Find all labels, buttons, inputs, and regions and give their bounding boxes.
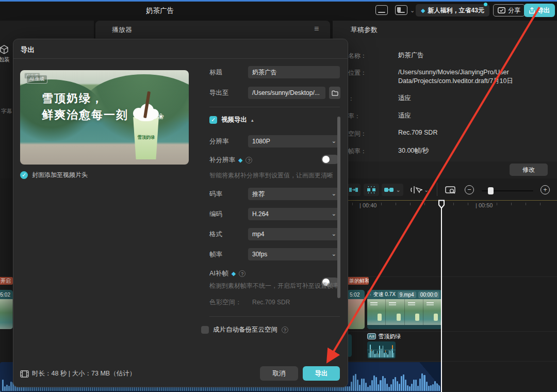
- text-clip-fragment[interactable]: 开启: [0, 277, 13, 285]
- audio-fade-out: [419, 362, 442, 389]
- browse-folder-button[interactable]: [329, 87, 340, 99]
- timecode-badge: 00:00:0: [418, 291, 439, 298]
- clip-thumbnail: [367, 299, 386, 325]
- title-input[interactable]: 奶茶广告: [248, 66, 340, 78]
- notification-dot: [484, 3, 487, 6]
- cover-text-line2: 鲜爽治愈每一刻: [42, 107, 128, 123]
- resolution-select[interactable]: 1080P⌄: [248, 135, 340, 148]
- draft-ratio-value: 适应: [398, 94, 411, 103]
- resolution-label: 分辨率: [209, 137, 229, 146]
- text-track-icon: A≡: [367, 333, 376, 339]
- checkbox-unchecked-icon[interactable]: [201, 326, 209, 334]
- colorspace-value: Rec.709 SDR: [248, 296, 340, 308]
- chevron-down-icon[interactable]: ⌄: [410, 7, 415, 14]
- export-button-dialog[interactable]: 导出: [303, 366, 340, 381]
- clip-thumbnail: [386, 299, 404, 325]
- export-button-top[interactable]: 导出: [524, 4, 555, 17]
- cup-label: 雪顶奶绿: [130, 135, 162, 141]
- export-icon: [529, 7, 535, 14]
- bitrate-select[interactable]: 推荐⌄: [248, 188, 340, 200]
- help-icon[interactable]: ?: [239, 270, 245, 277]
- split-cursor-button[interactable]: ⌄: [409, 184, 430, 196]
- path-field-label: 导出至: [209, 89, 229, 97]
- draft-panel-header: 草稿参数: [333, 21, 557, 38]
- ruler-time-label: | 00:50: [476, 202, 493, 208]
- text-clip-partial[interactable]: 茶的鲜和: [347, 277, 369, 285]
- super-resolution-label: 补分辨率: [209, 156, 235, 165]
- player-menu-icon[interactable]: ≡: [314, 24, 319, 34]
- draft-name-value: 奶茶广告: [398, 51, 424, 60]
- modify-button[interactable]: 修改: [510, 164, 548, 176]
- chevron-down-icon: ⌄: [332, 228, 336, 239]
- cancel-button[interactable]: 取消: [260, 366, 298, 381]
- text-clip-title: A≡ 雪顶奶绿: [367, 332, 424, 340]
- shortcut-keys-icon[interactable]: [375, 5, 388, 15]
- path-input[interactable]: /Users/sunny/Desktop/...: [248, 87, 325, 99]
- layout-switch-icon[interactable]: [395, 5, 407, 15]
- flower-icon: ❀: [157, 112, 164, 121]
- chevron-down-icon: ⌄: [424, 187, 429, 193]
- draft-location-value: /Users/sunny/Movies/JianyingPro/User Dat…: [398, 68, 553, 86]
- window-accent-line: [0, 0, 557, 2]
- codec-select[interactable]: H.264⌄: [248, 208, 340, 220]
- draft-colorspace-value: Rec.709 SDR: [398, 129, 437, 136]
- video-clip-partial[interactable]: 5:02: [347, 290, 365, 329]
- auto-snap-button[interactable]: [364, 184, 379, 196]
- collapse-up-icon[interactable]: ▴: [251, 118, 254, 123]
- cloud-backup-row[interactable]: 成片自动备份至云空间 ?: [201, 325, 288, 334]
- fps-label: 帧率: [209, 250, 222, 259]
- text-audio-clip[interactable]: [367, 341, 396, 358]
- chevron-down-icon: ⌄: [396, 187, 400, 193]
- dialog-title: 导出: [21, 45, 35, 55]
- format-label: 格式: [209, 230, 222, 239]
- ai-frame-desc: 检测到素材帧率不统一，开启后可补至设置帧率: [209, 282, 339, 290]
- chevron-down-icon: ⌄: [332, 135, 336, 146]
- help-icon[interactable]: ?: [245, 157, 252, 164]
- link-clips-button[interactable]: ⌄: [382, 184, 403, 196]
- gem-icon: ◆: [232, 270, 236, 277]
- draft-panel-title: 草稿参数: [351, 25, 378, 35]
- checkbox-checked-icon[interactable]: ✓: [209, 116, 217, 124]
- clip-thumbnail: [423, 299, 442, 325]
- cover-preview[interactable]: AI 生成 AI 生成 雪顶奶绿， 鲜爽治愈每一刻 ❀ 雪顶奶绿: [20, 70, 189, 165]
- timeline-ruler[interactable]: | 00:40 | 00:50: [348, 200, 557, 211]
- cover-checkbox-row[interactable]: ✓ 封面添加至视频片头: [20, 171, 88, 179]
- chevron-down-icon: ⌄: [332, 188, 336, 199]
- film-icon: [20, 370, 29, 378]
- ai-frame-label: AI补帧: [209, 269, 228, 278]
- dialog-scrollbar[interactable]: [337, 117, 340, 298]
- format-select[interactable]: mp4⌄: [248, 228, 340, 240]
- video-clip-main[interactable]: 变速 0.7X 9.mp4 00:00:0: [367, 290, 442, 329]
- draft-resolution-value: 适应: [398, 111, 411, 120]
- preview-zoom-button[interactable]: [444, 184, 458, 196]
- speed-badge: 变速 0.7X: [373, 291, 395, 298]
- video-clip-fragment[interactable]: 05:02: [0, 290, 13, 329]
- share-button[interactable]: 分享: [493, 4, 525, 17]
- draft-parameters-panel: 草稿参数 草稿名称： 奶茶广告 保存位置： /Users/sunny/Movie…: [333, 21, 557, 178]
- promo-badge[interactable]: ◆ 新人福利，立省43元: [416, 4, 489, 17]
- app-window: 包装 滤镜 调节 » 字幕 播放器 ≡ 草稿参数 草稿名称： 奶茶广告 保存位置…: [0, 0, 557, 392]
- title-field-label: 标题: [209, 68, 222, 77]
- drink-cup-graphic: ❀ 雪顶奶绿: [130, 105, 162, 159]
- top-bar: 奶茶广告 ⌄ ◆ 新人福利，立省43元 分享 导出: [0, 0, 557, 21]
- section-divider: [209, 107, 340, 107]
- fps-select[interactable]: 30fps⌄: [248, 248, 340, 260]
- share-icon: [498, 7, 505, 13]
- zoom-in-icon[interactable]: +: [540, 185, 550, 194]
- clip-thumbnail: [405, 299, 423, 325]
- playhead-line[interactable]: [441, 207, 442, 392]
- file-badge: 9.mp4: [398, 291, 416, 298]
- zoom-out-icon[interactable]: −: [465, 185, 474, 194]
- draft-fps-value: 30.00帧/秒: [398, 146, 429, 155]
- video-export-section[interactable]: ✓ 视频导出 ▴: [209, 116, 254, 124]
- subtitle-panel-label: 字幕: [1, 107, 12, 115]
- draft-panel-footer: 修改: [333, 161, 557, 178]
- ai-generated-badge: AI 生成: [26, 75, 47, 84]
- super-resolution-desc: 智能将素材补分辨率到设置值，让画面更清晰: [209, 171, 333, 180]
- help-icon[interactable]: ?: [282, 326, 288, 333]
- chevron-down-icon: ⌄: [332, 208, 336, 219]
- snap-left-button[interactable]: [347, 184, 361, 196]
- zoom-slider-knob[interactable]: [488, 187, 494, 194]
- cover-text-line1: 雪顶奶绿，: [42, 91, 104, 106]
- checkbox-checked-icon[interactable]: ✓: [20, 171, 28, 179]
